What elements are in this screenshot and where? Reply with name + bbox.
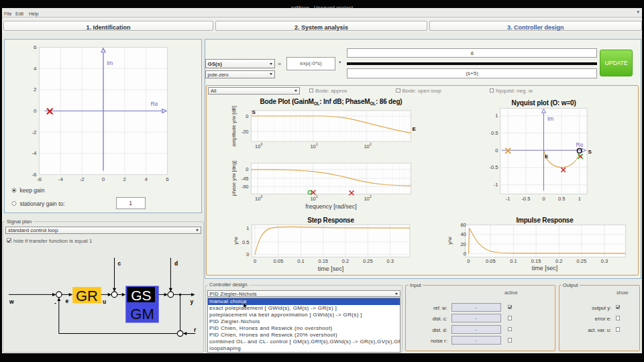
svg-text:0: 0 xyxy=(495,147,498,154)
svg-text:phase y/w [deg]: phase y/w [deg] xyxy=(231,161,237,196)
svg-text:-45: -45 xyxy=(241,176,249,182)
svg-text:GM: GM xyxy=(130,306,154,322)
svg-text:0: 0 xyxy=(464,251,466,257)
svg-text:Im: Im xyxy=(547,115,553,122)
svg-text:10: 10 xyxy=(310,143,315,149)
svg-text:r: r xyxy=(194,326,197,333)
svg-text:c: c xyxy=(118,260,121,267)
svg-text:6: 6 xyxy=(166,176,169,182)
svg-text:60: 60 xyxy=(460,222,466,228)
svg-text:y: y xyxy=(191,298,194,305)
svg-text:-4: -4 xyxy=(58,176,63,182)
svg-text:1: 1 xyxy=(246,225,249,231)
svg-text:1: 1 xyxy=(316,194,318,198)
svg-text:0.05: 0.05 xyxy=(274,258,284,264)
svg-text:S: S xyxy=(588,149,592,155)
svg-text:0.15: 0.15 xyxy=(318,258,328,264)
svg-text:time [sec]: time [sec] xyxy=(318,265,344,272)
svg-text:y/w: y/w xyxy=(447,237,453,245)
svg-text:4: 4 xyxy=(144,176,148,182)
svg-text:d: d xyxy=(174,260,178,267)
svg-text:-: - xyxy=(54,300,56,306)
svg-text:time [sec]: time [sec] xyxy=(532,265,558,272)
svg-text:Im: Im xyxy=(107,59,113,66)
svg-text:-0.5: -0.5 xyxy=(521,196,530,202)
svg-text:GR: GR xyxy=(76,288,98,304)
svg-text:0.25: 0.25 xyxy=(363,258,373,264)
svg-text:Bode Plot (GainMOL: Inf dB; Ph: Bode Plot (GainMOL: Inf dB; PhaseMOL: 86… xyxy=(260,98,402,106)
svg-text:0: 0 xyxy=(101,176,105,182)
svg-text:Nyquist plot (O: w=0): Nyquist plot (O: w=0) xyxy=(511,99,576,107)
svg-text:u: u xyxy=(103,298,106,305)
svg-text:0.5: 0.5 xyxy=(242,239,249,245)
svg-text:0: 0 xyxy=(246,251,249,257)
svg-text:0: 0 xyxy=(467,258,470,264)
svg-text:0.1: 0.1 xyxy=(510,258,517,264)
svg-text:20: 20 xyxy=(460,241,466,247)
svg-text:2: 2 xyxy=(370,194,372,198)
svg-text:10: 10 xyxy=(310,196,315,202)
svg-text:-2: -2 xyxy=(32,129,37,135)
svg-text:0: 0 xyxy=(246,113,248,119)
svg-text:S: S xyxy=(252,109,256,115)
svg-text:40: 40 xyxy=(460,231,466,237)
svg-text:0.15: 0.15 xyxy=(531,258,541,264)
svg-text:0: 0 xyxy=(261,194,263,198)
svg-text:0.2: 0.2 xyxy=(555,258,562,264)
svg-text:amplitude y/w [dB]: amplitude y/w [dB] xyxy=(231,105,237,146)
svg-text:0.3: 0.3 xyxy=(601,258,608,264)
svg-text:1: 1 xyxy=(578,196,581,202)
svg-text:y/w: y/w xyxy=(233,237,239,245)
svg-text:frequency [rad/sec]: frequency [rad/sec] xyxy=(305,203,357,210)
svg-text:-1: -1 xyxy=(506,196,511,202)
svg-text:-90: -90 xyxy=(241,184,249,190)
svg-text:1: 1 xyxy=(495,113,498,119)
svg-text:0.2: 0.2 xyxy=(342,258,349,264)
svg-text:0.1: 0.1 xyxy=(297,258,304,264)
svg-text:0: 0 xyxy=(254,258,256,264)
svg-text:0: 0 xyxy=(542,196,545,202)
svg-text:0: 0 xyxy=(34,108,37,114)
svg-text:Step Response: Step Response xyxy=(307,217,354,224)
svg-text:2: 2 xyxy=(123,176,126,182)
svg-text:0.5: 0.5 xyxy=(558,196,565,202)
svg-text:10: 10 xyxy=(364,143,369,149)
svg-text:Re: Re xyxy=(576,141,584,148)
svg-text:keep gain: keep gain xyxy=(19,187,44,194)
svg-text:0.5: 0.5 xyxy=(491,130,498,136)
svg-text:Impulse Response: Impulse Response xyxy=(516,217,574,224)
svg-text:1: 1 xyxy=(316,142,318,146)
svg-text:-2: -2 xyxy=(79,176,85,182)
svg-text:10: 10 xyxy=(255,196,260,202)
svg-text:-6: -6 xyxy=(36,176,42,182)
svg-text:stationary gain to:: stationary gain to: xyxy=(19,200,64,206)
svg-text:10: 10 xyxy=(255,143,260,149)
svg-text:Re: Re xyxy=(150,100,158,107)
svg-text:e: e xyxy=(66,298,69,304)
svg-text:10: 10 xyxy=(364,196,369,202)
svg-text:6: 6 xyxy=(34,44,37,50)
svg-text:GS: GS xyxy=(131,288,151,303)
svg-text:0: 0 xyxy=(246,166,248,172)
svg-text:-20: -20 xyxy=(241,129,249,135)
svg-text:-1: -1 xyxy=(494,182,498,188)
svg-text:-6: -6 xyxy=(32,172,37,178)
svg-text:-4: -4 xyxy=(32,150,37,156)
svg-text:w: w xyxy=(9,298,14,305)
svg-text:0: 0 xyxy=(261,142,263,146)
svg-text:E: E xyxy=(413,126,417,132)
svg-text:2: 2 xyxy=(34,86,37,93)
svg-text:0.05: 0.05 xyxy=(486,258,496,264)
svg-text:4: 4 xyxy=(34,65,37,71)
svg-text:0.25: 0.25 xyxy=(576,258,586,264)
svg-text:2: 2 xyxy=(370,142,372,146)
svg-text:0.3: 0.3 xyxy=(387,258,394,264)
svg-text:E: E xyxy=(545,154,549,160)
svg-text:-0.5: -0.5 xyxy=(490,164,498,170)
